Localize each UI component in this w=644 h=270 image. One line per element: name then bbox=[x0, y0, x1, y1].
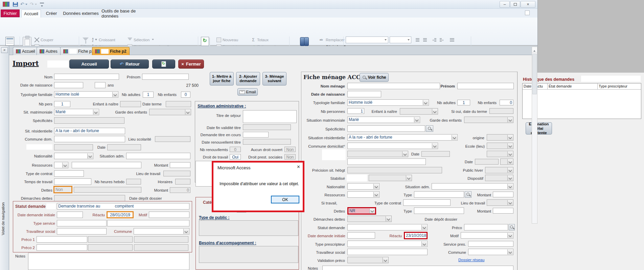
input-droit-prestations[interactable]: Non bbox=[284, 154, 296, 159]
input-reactu-highlighted[interactable]: 28/01/2019 bbox=[107, 211, 134, 218]
input-nb-heures[interactable] bbox=[126, 179, 141, 185]
pin-ribbon-icon[interactable] bbox=[525, 10, 530, 15]
input-preco2[interactable] bbox=[37, 244, 87, 251]
input-nb-adultes-menage[interactable]: 1 bbox=[457, 100, 470, 105]
input-type-contrat[interactable] bbox=[54, 170, 84, 177]
bullets-icon[interactable] bbox=[414, 36, 421, 43]
input-montant-dettes-menage[interactable] bbox=[493, 208, 513, 214]
save-icon[interactable] bbox=[13, 2, 18, 7]
select-stabilise[interactable] bbox=[369, 175, 412, 181]
select-situation-adm-menage[interactable] bbox=[432, 183, 513, 190]
select-misc-d[interactable] bbox=[500, 158, 513, 165]
input-dettes-detail[interactable] bbox=[74, 187, 141, 193]
input-dettes-highlighted[interactable]: Non bbox=[53, 186, 72, 193]
input-nb-enfants-menage[interactable]: 0 bbox=[500, 100, 513, 105]
input-droit-travail[interactable]: Oui bbox=[230, 154, 241, 159]
input-nom-menage[interactable] bbox=[347, 83, 440, 89]
report-button[interactable]: ↻ bbox=[152, 59, 175, 69]
input-demarches-dettes[interactable] bbox=[54, 195, 125, 201]
textarea-type-public[interactable] bbox=[199, 220, 298, 236]
input-preco2-b[interactable] bbox=[88, 244, 133, 251]
select-validation-preco[interactable] bbox=[347, 257, 389, 263]
input-prenom[interactable] bbox=[142, 74, 189, 80]
tab-donnees-externes[interactable]: Données externes bbox=[63, 9, 99, 17]
select-type-prescripteur[interactable] bbox=[347, 241, 428, 247]
estimation-delai-button[interactable]: Estimation délai d'attente bbox=[526, 122, 552, 134]
select-sit-matrimoniale-menage[interactable]: Marié bbox=[347, 117, 420, 123]
input-type-service-2[interactable] bbox=[107, 220, 189, 226]
select-lieu-travail-menage[interactable] bbox=[487, 199, 513, 206]
fermer-button[interactable]: ×Fermer bbox=[178, 59, 204, 69]
input-situation-adm[interactable] bbox=[126, 153, 190, 159]
lookup-specificites-button[interactable] bbox=[426, 125, 433, 132]
select-nationalite[interactable] bbox=[54, 153, 93, 159]
input-nb-pers[interactable]: 1 bbox=[54, 101, 70, 107]
increase-indent-icon[interactable]: » bbox=[438, 36, 445, 43]
input-ressources-detail[interactable] bbox=[72, 162, 141, 168]
input-misc-date[interactable] bbox=[107, 144, 141, 150]
select-garde-enfants[interactable] bbox=[149, 109, 191, 115]
lookup-preco-button[interactable] bbox=[509, 224, 515, 230]
close-button[interactable]: × bbox=[521, 1, 535, 8]
select-typologie[interactable]: Homme isolé bbox=[54, 91, 118, 98]
input-notes-menage[interactable] bbox=[322, 266, 513, 270]
select-misc-b[interactable] bbox=[487, 151, 513, 157]
input-type-dettes[interactable] bbox=[414, 207, 464, 214]
select-motif-menage[interactable] bbox=[461, 232, 513, 239]
doc-tab-fiche-p1[interactable]: Fiche p1 bbox=[60, 47, 97, 55]
minimize-button[interactable]: – bbox=[500, 1, 510, 8]
select-typologie-menage[interactable]: Homme isolé bbox=[347, 99, 429, 106]
input-aucun-droit[interactable]: Non bbox=[284, 147, 296, 152]
input-precision-hebergement[interactable] bbox=[347, 167, 442, 173]
select-ressources-menage[interactable] bbox=[347, 191, 380, 198]
input-preco1[interactable] bbox=[37, 236, 87, 243]
input-date-terme[interactable] bbox=[166, 101, 191, 107]
input-preco-menage[interactable] bbox=[464, 224, 508, 230]
select-public-hiver[interactable] bbox=[485, 167, 513, 173]
undo-icon[interactable]: ↶ bbox=[20, 2, 27, 7]
font-size-combobox[interactable] bbox=[390, 36, 411, 43]
input-lieu-travail[interactable] bbox=[163, 171, 190, 176]
select-dispositif[interactable] bbox=[485, 175, 513, 181]
input-preco1-b[interactable] bbox=[88, 236, 133, 243]
restore-button[interactable] bbox=[510, 1, 520, 8]
input-montant-dettes[interactable]: 0 bbox=[170, 187, 190, 193]
qat-customize-icon[interactable] bbox=[40, 3, 44, 7]
input-nb-adultes[interactable]: 1 bbox=[143, 92, 154, 98]
column-header[interactable]: Type prescripteur bbox=[598, 83, 640, 89]
input-misc-1[interactable] bbox=[54, 144, 93, 150]
select-commune-menage[interactable] bbox=[468, 249, 513, 255]
tab-creer[interactable]: Créer bbox=[43, 9, 60, 17]
scrollbar-thumb[interactable] bbox=[532, 54, 537, 94]
input-demande-titre[interactable] bbox=[243, 132, 269, 138]
input-travailleur-social-menage[interactable] bbox=[347, 249, 428, 255]
croissant-button[interactable]: Croissant bbox=[92, 37, 127, 43]
dossier-reseau-link[interactable]: Dossier réseau bbox=[458, 258, 484, 262]
input-titre-sejour[interactable] bbox=[243, 110, 297, 123]
retour-button[interactable]: ↶Retour bbox=[111, 59, 149, 69]
font-family-combobox[interactable] bbox=[346, 36, 388, 43]
input-specificites-menage[interactable] bbox=[347, 125, 425, 132]
input-nb-enfants[interactable]: 0 bbox=[181, 92, 190, 98]
input-date-fin-validite[interactable] bbox=[243, 124, 291, 130]
input-temps-travail[interactable] bbox=[54, 178, 91, 185]
input-montant-ressources-menage[interactable] bbox=[493, 192, 513, 197]
input-travailleur-social[interactable] bbox=[57, 228, 107, 235]
input-prenom-menage[interactable] bbox=[457, 83, 514, 89]
input-date-demande-initiale[interactable] bbox=[57, 212, 83, 218]
dialog-ok-button[interactable]: OK bbox=[271, 196, 299, 203]
input-type-contrat-menage[interactable] bbox=[403, 199, 451, 206]
select-ressources[interactable] bbox=[54, 162, 68, 168]
totaux-button[interactable]: ΣTotaux bbox=[251, 37, 279, 43]
input-date-renouvellement[interactable] bbox=[243, 139, 291, 145]
input-nom[interactable] bbox=[54, 74, 119, 80]
select-commune[interactable] bbox=[134, 228, 189, 235]
input-lieu-scolarite[interactable] bbox=[155, 136, 190, 142]
input-service-prescripteur[interactable] bbox=[468, 241, 513, 247]
input-preco1-c[interactable] bbox=[134, 236, 188, 243]
column-header[interactable]: État demande bbox=[548, 83, 598, 89]
select-ecole[interactable] bbox=[487, 143, 513, 149]
tab-outils-bdd[interactable]: Outils de base de données bbox=[101, 9, 153, 17]
input-type-ressources[interactable] bbox=[414, 191, 464, 198]
input-misc-c[interactable] bbox=[347, 158, 426, 165]
